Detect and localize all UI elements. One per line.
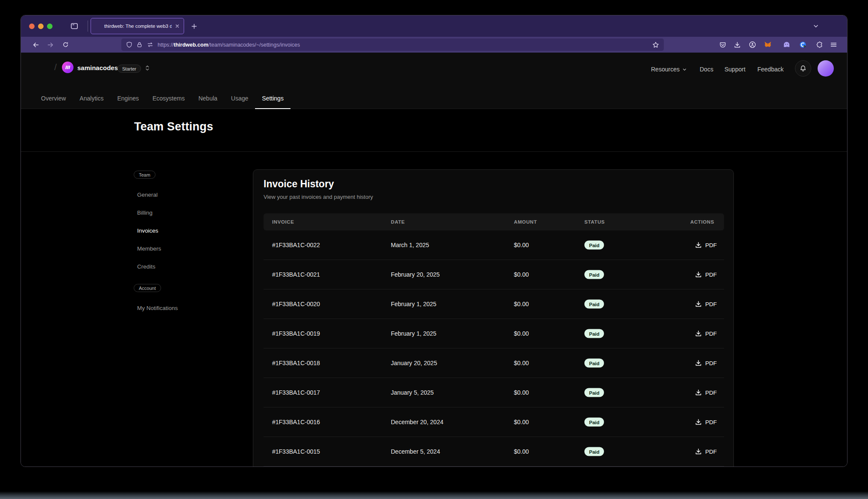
browser-tab-bar: thirdweb: The complete web3 d [21,15,847,37]
pdf-download-button[interactable]: PDF [695,271,717,278]
team-name[interactable]: saminacodes [77,64,118,71]
support-link[interactable]: Support [724,66,745,73]
traffic-light-close[interactable] [29,24,35,29]
forward-button[interactable] [44,39,56,50]
table-row: #1F33BA1C-0017 January 5, 2025 $0.00 Pai… [264,378,724,407]
account-icon[interactable] [747,39,758,50]
user-avatar[interactable] [818,60,834,77]
table-header-row: Invoice Date Amount Status Actions [264,213,724,230]
notifications-button[interactable] [795,60,811,77]
page-title: Team Settings [134,120,213,133]
reload-button[interactable] [60,39,71,50]
pdf-download-button[interactable]: PDF [695,448,717,455]
invoice-amount: $0.00 [514,242,529,248]
hero-divider [21,151,847,152]
invoice-number: #1F33BA1C-0017 [272,389,320,396]
sidebar-item-billing[interactable]: Billing [137,210,152,216]
tab-settings[interactable]: Settings [255,89,290,109]
sidebar-item-general[interactable]: General [137,192,158,198]
invoice-amount: $0.00 [514,271,529,278]
invoice-number: #1F33BA1C-0022 [272,242,320,248]
download-tray-icon [695,242,702,248]
metamask-fox-icon[interactable] [762,39,774,50]
status-badge: Paid [584,447,604,456]
invoice-table-body: #1F33BA1C-0022 March 1, 2025 $0.00 Paid … [264,230,724,467]
extensions-puzzle-icon[interactable] [814,39,825,50]
breadcrumb-slash: / [54,62,57,72]
sidebar-item-credits[interactable]: Credits [137,263,155,270]
url-text: https://thirdweb.com/team/saminacodes/~/… [158,42,300,48]
protections-toggle-icon[interactable] [147,42,154,47]
invoice-amount: $0.00 [514,360,529,366]
tracking-shield-icon[interactable] [126,41,132,48]
pdf-download-button[interactable]: PDF [695,389,717,396]
download-tray-icon [695,360,702,366]
pdf-download-button[interactable]: PDF [695,419,717,425]
tab-ecosystems[interactable]: Ecosystems [146,89,191,109]
invoice-amount: $0.00 [514,389,529,396]
browser-toolbar: https://thirdweb.com/team/saminacodes/~/… [21,37,847,53]
tab-usage[interactable]: Usage [224,89,255,109]
sidebar-item-invoices[interactable]: Invoices [137,227,158,234]
invoice-date: December 20, 2024 [391,419,443,425]
phantom-ghost-icon[interactable] [781,39,792,50]
table-row: #1F33BA1C-0016 December 20, 2024 $0.00 P… [264,407,724,437]
plan-badge: Starter [117,65,141,73]
team-switcher-icon[interactable] [145,65,150,73]
tab-overview[interactable]: Overview [34,89,73,109]
thirdweb-logo-icon[interactable] [35,61,50,73]
docs-link[interactable]: Docs [700,66,713,73]
pdf-download-button[interactable]: PDF [695,330,717,337]
extension-circle-icon[interactable] [797,39,809,50]
pdf-download-button[interactable]: PDF [695,242,717,248]
url-bar[interactable]: https://thirdweb.com/team/saminacodes/~/… [121,38,664,51]
invoice-number: #1F33BA1C-0015 [272,448,320,455]
tab-bar-separator [88,21,88,32]
thirdweb-favicon-icon [95,24,101,29]
download-tray-icon [695,271,702,278]
invoice-number: #1F33BA1C-0019 [272,330,320,337]
invoice-date: March 1, 2025 [391,242,429,248]
invoice-date: February 20, 2025 [391,271,440,278]
tab-nebula[interactable]: Nebula [191,89,224,109]
sidebar-account-badge: Account [134,284,161,292]
bookmark-star-icon[interactable] [652,41,659,48]
resources-menu[interactable]: Resources [651,66,687,73]
feedback-link[interactable]: Feedback [757,66,783,73]
screenshot-canvas: thirdweb: The complete web3 d https://th… [0,0,868,499]
invoice-number: #1F33BA1C-0021 [272,271,320,278]
list-all-tabs-button[interactable] [810,21,821,31]
team-avatar[interactable] [62,62,73,73]
status-badge: Paid [584,270,604,279]
status-badge: Paid [584,388,604,397]
invoice-number: #1F33BA1C-0020 [272,301,320,307]
invoice-amount: $0.00 [514,330,529,337]
card-title: Invoice History [264,178,334,190]
active-browser-tab[interactable]: thirdweb: The complete web3 d [91,18,184,34]
pdf-download-button[interactable]: PDF [695,301,717,307]
thirdweb-dashboard-page: / saminacodes Starter Resources Docs Sup… [21,53,847,467]
sidebar-item-my-notifications[interactable]: My Notifications [137,305,178,311]
traffic-light-zoom[interactable] [47,24,53,29]
downloads-icon[interactable] [731,39,743,50]
table-row: #1F33BA1C-0020 February 1, 2025 $0.00 Pa… [264,289,724,319]
sidebar-item-members[interactable]: Members [137,245,161,252]
back-button[interactable] [30,39,41,50]
invoice-date: January 20, 2025 [391,360,437,366]
pocket-icon[interactable] [717,39,728,50]
status-badge: Paid [584,241,604,250]
download-tray-icon [695,389,702,396]
tab-close-icon[interactable] [175,24,180,29]
status-badge: Paid [584,300,604,309]
site-header: / saminacodes Starter Resources Docs Sup… [21,53,847,109]
table-row: #1F33BA1C-0021 February 20, 2025 $0.00 P… [264,260,724,289]
traffic-light-minimize[interactable] [38,24,44,29]
tab-analytics[interactable]: Analytics [73,89,110,109]
firefox-view-button[interactable] [69,21,80,32]
lock-icon[interactable] [136,41,143,48]
new-tab-button[interactable] [188,21,199,32]
tab-engines[interactable]: Engines [110,89,146,109]
pdf-download-button[interactable]: PDF [695,360,717,366]
column-header-actions: Actions [690,213,714,230]
menu-hamburger-icon[interactable] [828,39,839,50]
